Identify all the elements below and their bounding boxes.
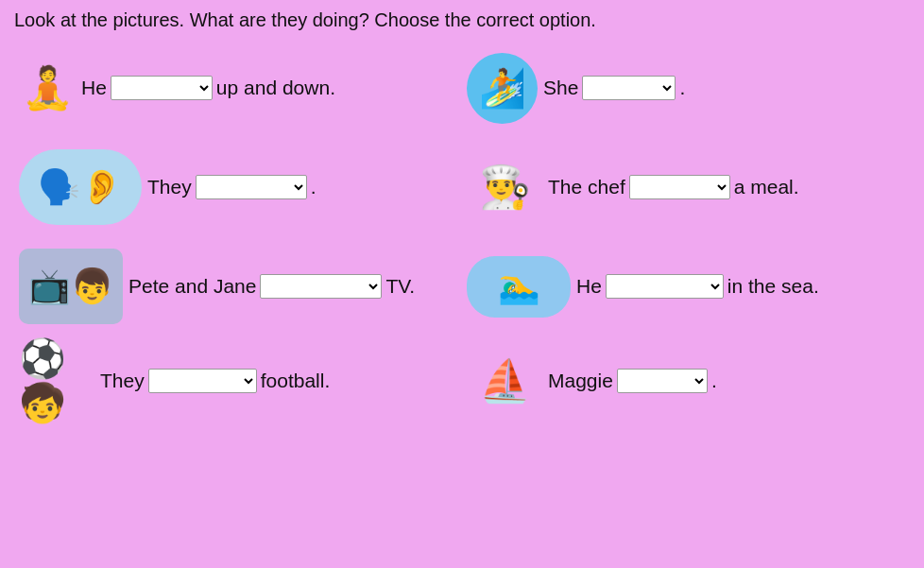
text-before-3: They [147,176,192,198]
text-before-2: She [543,77,578,99]
text-after-8: . [711,370,717,392]
sentence-8: Maggie sails is sailing swims surfs . [548,369,717,393]
dropdown-8[interactable]: sails is sailing swims surfs [617,369,708,393]
sentence-7: They play are playing kick watch footbal… [100,369,330,393]
sentence-1: He jumps is jumping runs swims up and do… [81,76,335,100]
image-jumper: 🧘 [19,53,76,124]
text-before-7: They [100,370,145,392]
cell-4: 👨‍🍳 The chef cooks is cooking makes is m… [462,135,910,239]
image-chef: 👨‍🍳 [467,145,542,230]
cell-7: ⚽🧒 They play are playing kick watch foot… [14,334,462,428]
cell-5: 📺👦 Pete and Jane watch are watching see … [14,239,462,334]
text-after-4: a meal. [734,176,799,198]
dropdown-4[interactable]: cooks is cooking makes is making prepare… [629,175,730,199]
text-after-6: in the sea. [727,275,819,298]
cell-6: 🏊‍♂️ He swims is swimming runs surfs in … [462,239,910,334]
text-before-1: He [81,77,107,99]
cell-2: 🏄 She surfs is surfing swims jumps . [462,41,910,135]
text-after-5: TV. [385,275,415,298]
image-football: ⚽🧒 [19,343,94,419]
dropdown-3[interactable]: argue are arguing are talking play [196,175,307,199]
sentence-3: They argue are arguing are talking play … [147,175,317,199]
dropdown-1[interactable]: jumps is jumping runs swims [111,76,213,100]
image-swimmer: 🏊‍♂️ [467,256,571,318]
cell-8: ⛵ Maggie sails is sailing swims surfs . [462,334,910,428]
image-tv: 📺👦 [19,249,123,324]
sentence-5: Pete and Jane watch are watching see pla… [128,274,415,299]
sentence-4: The chef cooks is cooking makes is makin… [548,175,799,199]
text-after-1: up and down. [216,77,335,99]
dropdown-6[interactable]: swims is swimming runs surfs [606,274,724,299]
exercise-grid: 🧘 He jumps is jumping runs swims up and … [14,41,910,428]
image-arguing: 🗣️👂 [19,149,142,225]
sentence-6: He swims is swimming runs surfs in the s… [576,274,819,299]
instructions: Look at the pictures. What are they doin… [14,9,910,31]
text-before-8: Maggie [548,370,613,392]
cell-1: 🧘 He jumps is jumping runs swims up and … [14,41,462,135]
text-after-7: football. [261,370,331,392]
text-before-6: He [576,275,602,298]
image-sail: ⛵ [467,343,542,419]
dropdown-7[interactable]: play are playing kick watch [148,369,257,393]
text-before-4: The chef [548,176,625,198]
sentence-2: She surfs is surfing swims jumps . [543,76,685,100]
dropdown-2[interactable]: surfs is surfing swims jumps [582,76,676,100]
text-after-3: . [311,176,317,198]
text-after-2: . [679,77,685,99]
text-before-5: Pete and Jane [128,275,256,298]
cell-3: 🗣️👂 They argue are arguing are talking p… [14,135,462,239]
image-surfer: 🏄 [467,53,538,124]
dropdown-5[interactable]: watch are watching see play [260,274,382,299]
